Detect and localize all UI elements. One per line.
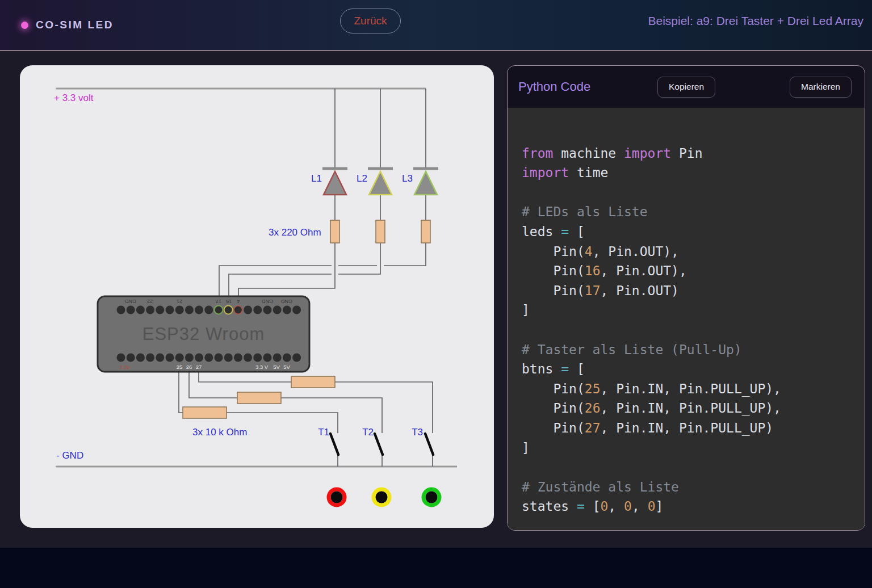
resistor-220-1 [330,220,339,243]
led-label-l2: L2 [357,173,367,184]
copy-button[interactable]: Kopieren [657,77,715,98]
switch-label-t3: T3 [412,427,423,438]
code-panel-header: Python Code Kopieren Markieren [508,66,865,108]
resistor-10k-label: 3x 10 k Ohm [192,427,247,438]
circuit-panel: + 3.3 volt - GND L1 L2 L3 3x 220 Ohm 3x … [20,65,494,528]
chip-pin-label: 3.3v [119,364,129,370]
chip-pin-label: 5V [273,364,280,370]
led-l2 [368,169,393,195]
chip-pin-label: 26 [186,364,192,370]
led-label-l3: L3 [402,173,413,184]
resistor-10k-1 [183,407,227,418]
resistor-10k-3 [291,376,335,388]
mark-button[interactable]: Markieren [790,77,852,98]
chip-title: ESP32 Wroom [98,296,309,372]
chip-pin-label: 5V [283,364,290,370]
wire-led2-to-pin16 [229,89,380,305]
chip-pin-label: 27 [196,364,202,370]
chip-pin-label: GND [125,299,136,304]
chip-pin-label: 17 [216,299,221,304]
led-l2-triangle [369,171,392,195]
switch-t3[interactable] [425,434,433,455]
brand-dot-icon [21,22,28,29]
wire-pin26-to-t2 [189,372,382,467]
chip-pin-label: 16 [226,299,232,304]
resistor-220-3 [421,220,430,243]
chip-pin-label: 4 [237,299,240,304]
power-label: + 3.3 volt [54,93,93,104]
resistor-220-2 [376,220,385,243]
switch-t2[interactable] [375,434,383,455]
code-content: from machine import Pinimport time # LED… [508,108,865,530]
switch-t1[interactable] [330,434,338,455]
led-label-l1: L1 [311,173,322,184]
top-bar: CO-SIM LED Zurück Beispiel: a9: Drei Tas… [0,0,872,51]
code-panel-title: Python Code [518,79,590,94]
chip-pin-label: 22 [147,299,153,304]
chip-pin-label: GND [262,299,273,304]
jack-green[interactable] [424,489,439,505]
switch-label-t1: T1 [318,427,329,438]
chip-pin-label: 21 [177,299,182,304]
resistor-220-label: 3x 220 Ohm [269,227,321,238]
gnd-label: - GND [56,450,83,461]
jack-red[interactable] [329,489,345,505]
python-code-panel: Python Code Kopieren Markieren from mach… [507,65,865,531]
app-title: CO-SIM LED [36,19,114,31]
resistor-10k-2 [237,392,281,404]
led-l3-triangle [414,171,437,195]
wire-led1-to-pin4 [238,89,335,305]
example-breadcrumb: Beispiel: a9: Drei Taster + Drei Led Arr… [648,14,863,28]
jack-yellow[interactable] [374,489,389,505]
back-button[interactable]: Zurück [340,9,401,33]
chip-pin-label: 3.3 V [255,364,268,370]
chip-pin-label: 25 [177,364,183,370]
switch-label-t2: T2 [362,427,374,438]
chip-pin-label: GND [281,299,292,304]
wire-led3-to-pin17 [219,89,426,305]
led-l3 [413,169,438,195]
led-l1-triangle [324,171,346,195]
led-l1 [322,169,347,195]
footer-bar [0,548,872,588]
